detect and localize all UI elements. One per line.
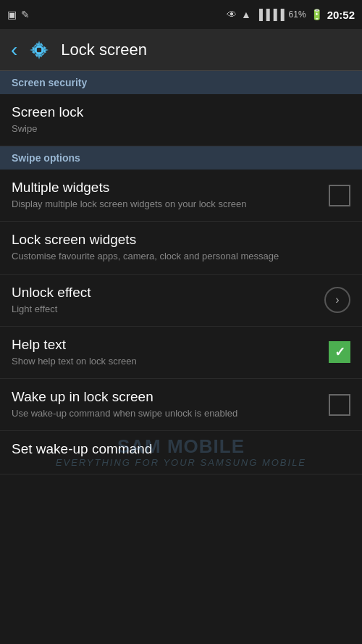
watermark-tagline: EVERYTHING FOR YOUR SAMSUNG MOBILE <box>56 457 306 468</box>
checkbox[interactable] <box>329 341 350 363</box>
menu-item-subtitle: Use wake-up command when swipe unlock is… <box>12 407 321 420</box>
menu-item-title: Unlock effect <box>12 285 317 301</box>
menu-item-right <box>329 185 350 206</box>
menu-item-multiple-widgets[interactable]: Multiple widgetsDisplay multiple lock sc… <box>0 170 362 222</box>
section-header: Swipe options <box>0 146 362 170</box>
edit-icon: ✎ <box>21 9 30 20</box>
menu-item-lock-screen-widgets[interactable]: Lock screen widgetsCustomise favourite a… <box>0 222 362 274</box>
menu-item-subtitle: Swipe <box>12 122 343 135</box>
menu-item-set-wake-up-command[interactable]: Set wake-up commandSAM MOBILEEVERYTHING … <box>0 431 362 474</box>
menu-item-title: Multiple widgets <box>12 180 321 196</box>
status-bar-right: 👁 ▲ ▐▐▐▐ 61% 🔋 20:52 <box>227 9 355 21</box>
menu-item-subtitle: Light effect <box>12 303 317 316</box>
menu-item-title: Wake up in lock screen <box>12 389 321 405</box>
menu-item-content: Lock screen widgetsCustomise favourite a… <box>12 232 350 263</box>
battery-percentage: 61% <box>289 9 306 20</box>
battery-icon: 🔋 <box>311 9 323 20</box>
menu-item-right <box>329 394 350 416</box>
menu-item-help-text[interactable]: Help textShow help text on lock screen <box>0 327 362 379</box>
checkbox[interactable] <box>329 394 350 416</box>
settings-gear-icon <box>28 39 50 61</box>
menu-item-right: › <box>324 287 350 313</box>
menu-item-title: Lock screen widgets <box>12 232 343 248</box>
menu-item-content: Multiple widgetsDisplay multiple lock sc… <box>12 180 329 211</box>
signal-icon: ▐▐▐▐ <box>256 9 285 20</box>
menu-item-unlock-effect[interactable]: Unlock effectLight effect› <box>0 275 362 327</box>
menu-item-title: Screen lock <box>12 104 343 120</box>
status-time: 20:52 <box>327 9 355 21</box>
menu-item-right <box>329 341 350 363</box>
status-bar-left: ▣ ✎ <box>7 9 30 20</box>
menu-item-screen-lock[interactable]: Screen lockSwipe <box>0 94 362 146</box>
menu-item-content: Unlock effectLight effect <box>12 285 324 316</box>
watermark-logo: SAM MOBILE <box>117 435 245 458</box>
wifi-icon: ▲ <box>241 9 251 20</box>
menu-item-wake-up-in-lock-screen[interactable]: Wake up in lock screenUse wake-up comman… <box>0 379 362 431</box>
menu-item-title: Help text <box>12 337 321 353</box>
status-bar: ▣ ✎ 👁 ▲ ▐▐▐▐ 61% 🔋 20:52 <box>0 0 362 29</box>
section-header: Screen security <box>0 71 362 94</box>
checkbox[interactable] <box>329 185 350 206</box>
back-button[interactable]: ‹ <box>11 38 17 62</box>
menu-item-subtitle: Customise favourite apps, camera, clock … <box>12 250 343 263</box>
menu-item-content: Help textShow help text on lock screen <box>12 337 329 368</box>
menu-item-subtitle: Show help text on lock screen <box>12 355 321 368</box>
header: ‹ Lock screen <box>0 29 362 71</box>
menu-item-content: Wake up in lock screenUse wake-up comman… <box>12 389 329 420</box>
chevron-right-icon[interactable]: › <box>324 287 350 313</box>
menu-item-subtitle: Display multiple lock screen widgets on … <box>12 198 321 211</box>
screen-icon: ▣ <box>7 9 17 20</box>
sections-container: Screen securityScreen lockSwipeSwipe opt… <box>0 71 362 474</box>
eye-icon: 👁 <box>227 9 237 20</box>
page-title: Lock screen <box>61 41 147 59</box>
menu-item-content: Screen lockSwipe <box>12 104 350 135</box>
